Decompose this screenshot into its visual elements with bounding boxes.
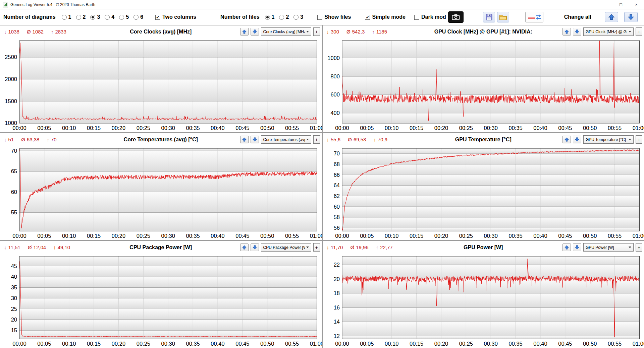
svg-text:00:05: 00:05	[360, 125, 374, 131]
chart-area: 565860626466687000:0000:0500:1000:1500:2…	[323, 146, 644, 240]
stat-max-value: 22,77	[380, 245, 393, 250]
close-button[interactable]: ×	[629, 0, 644, 9]
svg-text:00:55: 00:55	[285, 341, 299, 347]
add-metric-button[interactable]: +	[636, 27, 642, 36]
svg-text:2000: 2000	[5, 76, 17, 82]
move-chart-up-button[interactable]	[562, 136, 571, 143]
chart-controls: Core Temperatures (avg) +	[240, 133, 320, 146]
open-file-button[interactable]	[497, 12, 509, 22]
radio-label: 4	[111, 14, 114, 20]
metric-select[interactable]: Core Clocks (avg) [MHz]	[261, 27, 311, 36]
show-files-checkbox[interactable]: Show files	[317, 14, 351, 20]
simple-mode-checkbox[interactable]: Simple mode	[365, 14, 406, 20]
move-chart-down-button[interactable]	[573, 243, 581, 251]
add-metric-button[interactable]: +	[313, 135, 320, 144]
svg-text:22: 22	[333, 262, 339, 268]
diagrams-option-2[interactable]: 2	[76, 14, 86, 20]
svg-text:00:05: 00:05	[360, 341, 374, 347]
line-chart: 5560657000:0000:0500:1000:1500:2000:2500…	[0, 146, 322, 240]
radio-label: 1	[272, 14, 275, 20]
checkbox-icon	[414, 15, 419, 20]
chevron-down-icon	[306, 31, 309, 32]
svg-text:00:35: 00:35	[508, 233, 522, 239]
files-option-3[interactable]: 3	[293, 14, 303, 20]
move-chart-down-button[interactable]	[573, 136, 581, 143]
move-chart-down-button[interactable]	[573, 28, 581, 36]
diagrams-option-1[interactable]: 1	[62, 14, 71, 20]
diagrams-option-4[interactable]: 4	[105, 14, 114, 20]
diagrams-option-6[interactable]: 6	[133, 14, 143, 20]
stat-max: ↑2833	[51, 29, 66, 34]
svg-text:00:15: 00:15	[87, 341, 101, 347]
screenshot-button[interactable]	[448, 11, 464, 23]
stat-avg: Ø1082	[27, 29, 44, 34]
stat-max: ↑1185	[372, 29, 387, 34]
chevron-down-icon	[306, 247, 309, 248]
chart-panel-header: ↓1038 Ø1082 ↑2833 Core Clocks (avg) [MHz…	[0, 25, 322, 38]
move-chart-up-button[interactable]	[240, 136, 249, 143]
up-arrow-icon	[565, 245, 569, 250]
svg-text:56: 56	[333, 225, 339, 231]
add-metric-button[interactable]: +	[313, 243, 320, 252]
svg-text:00:50: 00:50	[260, 233, 274, 239]
down-arrow-icon	[253, 29, 257, 34]
stat-avg-value: 63,38	[27, 137, 40, 142]
add-metric-button[interactable]: +	[313, 27, 320, 36]
maximize-button[interactable]: □	[613, 0, 629, 9]
avg-icon: Ø	[28, 245, 32, 250]
svg-text:00:45: 00:45	[235, 341, 249, 347]
svg-text:800: 800	[330, 73, 340, 79]
metric-select[interactable]: Core Temperatures (avg)	[261, 135, 311, 144]
radio-icon	[62, 15, 67, 20]
metric-select[interactable]: GPU Clock [MHz] @ GPU	[583, 27, 634, 36]
add-metric-button[interactable]: +	[636, 243, 642, 252]
svg-text:00:00: 00:00	[12, 341, 26, 347]
metric-select[interactable]: GPU Power [W]	[583, 243, 634, 252]
metric-select[interactable]: GPU Temperature [°C]	[583, 135, 634, 144]
down-arrow-icon	[575, 137, 579, 142]
svg-text:00:55: 00:55	[607, 125, 621, 131]
svg-text:00:25: 00:25	[459, 233, 473, 239]
move-chart-up-button[interactable]	[562, 243, 571, 251]
add-metric-button[interactable]: +	[636, 135, 642, 144]
files-option-2[interactable]: 2	[279, 14, 289, 20]
down-arrow-icon	[575, 29, 579, 34]
svg-text:70: 70	[333, 150, 339, 156]
move-chart-down-button[interactable]	[251, 28, 259, 36]
metric-select[interactable]: CPU Package Power [W]	[261, 243, 311, 252]
change-all-down-button[interactable]	[624, 12, 638, 22]
minimize-button[interactable]: –	[598, 0, 613, 9]
files-option-1[interactable]: 1	[265, 14, 275, 20]
stat-max: ↑49,10	[53, 245, 70, 250]
svg-text:00:35: 00:35	[186, 233, 200, 239]
move-chart-down-button[interactable]	[251, 243, 259, 251]
floppy-disk-icon	[485, 13, 493, 21]
line-style-refresh-button[interactable]	[525, 12, 543, 22]
change-all-up-button[interactable]	[605, 12, 618, 22]
move-chart-up-button[interactable]	[240, 28, 249, 36]
dark-mode-checkbox[interactable]: Dark mod	[414, 14, 446, 20]
svg-text:00:45: 00:45	[558, 341, 572, 347]
svg-text:00:25: 00:25	[459, 125, 473, 131]
save-button[interactable]	[483, 12, 495, 22]
radio-icon	[76, 15, 81, 20]
svg-text:68: 68	[333, 161, 339, 167]
move-chart-up-button[interactable]	[562, 28, 571, 36]
charts-grid: ↓1038 Ø1082 ↑2833 Core Clocks (avg) [MHz…	[0, 25, 644, 348]
metric-select-value: Core Clocks (avg) [MHz]	[263, 29, 305, 34]
svg-text:1500: 1500	[5, 98, 17, 104]
line-color-swap-icon	[527, 14, 541, 20]
svg-text:70: 70	[11, 148, 17, 154]
svg-text:00:20: 00:20	[112, 125, 125, 131]
two-columns-checkbox[interactable]: Two columns	[155, 14, 196, 20]
move-chart-down-button[interactable]	[251, 136, 259, 143]
chart-area: 5560657000:0000:0500:1000:1500:2000:2500…	[0, 146, 322, 240]
diagrams-option-3[interactable]: 3	[90, 14, 100, 20]
chart-title: CPU Package Power [W]	[129, 245, 192, 251]
stat-min: ↓11,51	[4, 245, 20, 250]
stat-max-value: 2833	[55, 29, 66, 34]
diagrams-count-label: Number of diagrams	[3, 14, 56, 20]
move-chart-up-button[interactable]	[240, 243, 249, 251]
diagrams-option-5[interactable]: 5	[119, 14, 129, 20]
svg-text:00:35: 00:35	[508, 341, 522, 347]
